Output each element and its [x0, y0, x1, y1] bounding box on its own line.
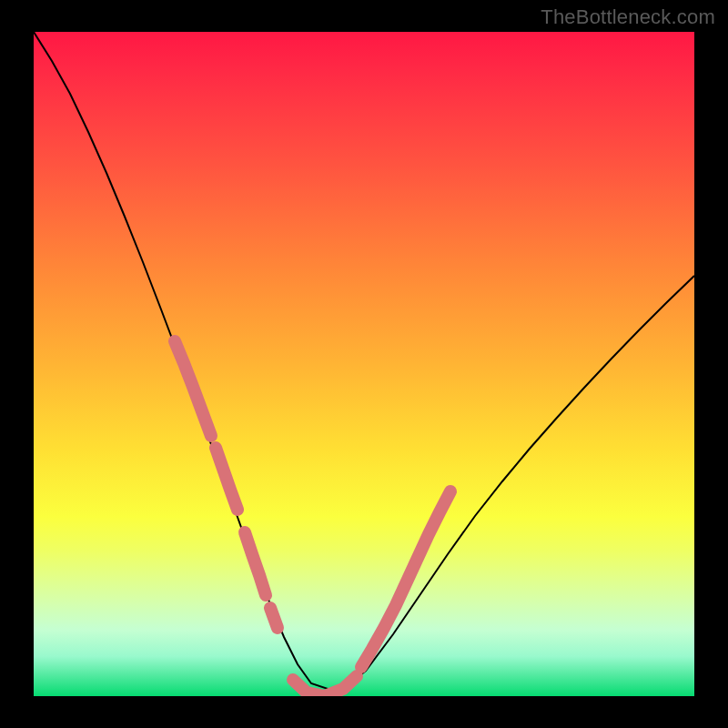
measured-segment	[245, 532, 266, 595]
bottleneck-curve	[34, 32, 694, 693]
measured-segment	[175, 341, 211, 436]
chart-frame: TheBottleneck.com	[0, 0, 728, 728]
measured-segment	[270, 608, 278, 628]
watermark-label: TheBottleneck.com	[541, 5, 715, 29]
measured-points-overlay	[175, 341, 450, 696]
plot-area	[34, 32, 694, 696]
measured-segment	[361, 491, 450, 667]
curve-layer	[34, 32, 694, 696]
measured-segment	[293, 676, 357, 696]
measured-segment	[216, 448, 238, 510]
